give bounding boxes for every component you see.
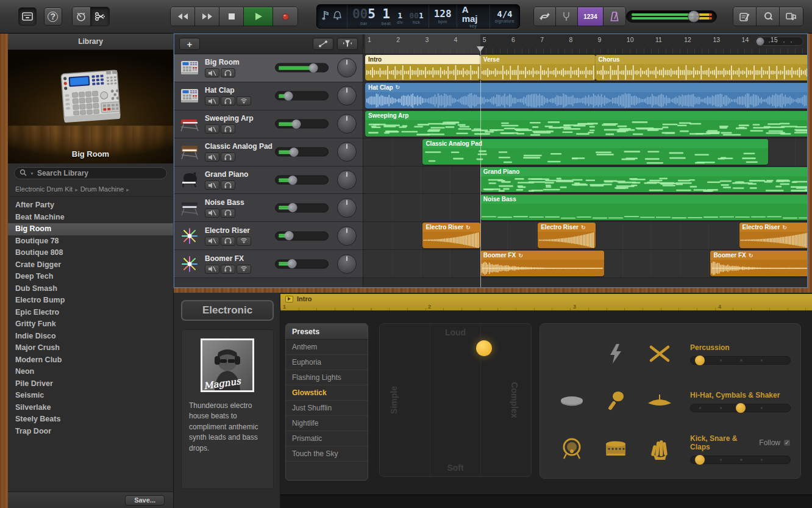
track-header-row[interactable]: Noise Bass [174,194,363,222]
track-volume-slider[interactable] [275,176,329,185]
region-sweeping-arp[interactable]: Sweeping Arp [365,111,807,137]
solo-button[interactable] [221,265,235,274]
track-header-row[interactable]: Boomer FX [174,250,363,278]
track-volume-slider[interactable] [275,231,329,240]
preset-item[interactable]: Euphoria [286,355,368,370]
library-item[interactable]: Boutique 78 [8,235,173,248]
mute-button[interactable] [205,68,219,77]
loop-browser-button[interactable] [757,7,780,26]
track-lane[interactable]: IntroVerseChorus [363,54,807,82]
track-volume-knob[interactable] [288,203,297,212]
track-volume-slider[interactable] [275,203,329,212]
track-volume-knob[interactable] [290,148,299,157]
preset-item[interactable]: Anthem [286,340,368,355]
mute-button[interactable] [205,124,219,134]
region-verse[interactable]: Verse [480,55,596,80]
region-electro-riser[interactable]: Electro Riser↻ [538,223,595,248]
preset-item[interactable]: Just Shufflin [286,401,368,416]
track-volume-slider[interactable] [275,91,329,101]
smart-controls-button[interactable] [73,7,91,26]
track-lane[interactable]: Hat Clap↻ [363,82,807,110]
drum-slider[interactable] [690,356,791,365]
preset-item[interactable]: Prismatic [286,431,368,446]
solo-button[interactable] [221,96,235,106]
snare-drum-icon[interactable] [594,440,638,458]
track-filter-button[interactable] [337,38,358,50]
preset-item[interactable]: Touch the Sky [286,446,368,462]
timeline[interactable]: 123456789101112131415 IntroVerseChorusHa… [363,34,807,287]
cycle-button[interactable] [534,7,556,26]
track-header-row[interactable]: Big Room [174,54,363,82]
kick-drum-icon[interactable] [550,438,594,460]
region-intro[interactable]: Intro [365,55,480,80]
tuner-button[interactable] [556,7,578,26]
help-button[interactable]: ? [44,7,62,26]
track-lane[interactable]: Grand Piano [363,166,807,195]
mute-button[interactable] [205,181,219,190]
library-item[interactable]: Seismic [8,390,173,402]
solo-button[interactable] [221,152,235,162]
library-item[interactable]: Boutique 808 [8,247,173,259]
playhead[interactable] [480,46,481,287]
region-hat-clap[interactable]: Hat Clap↻ [365,83,807,109]
search-dropdown-arrow-icon[interactable]: ▼ [30,171,34,176]
region-grand-piano[interactable]: Grand Piano [480,167,807,193]
track-header-row[interactable]: Electro Riser [174,222,363,250]
mute-button[interactable] [205,237,219,246]
drum-slider-knob[interactable] [695,455,705,465]
library-item[interactable]: After Party [8,199,173,212]
lcd-display[interactable]: 005bar 1beat 1div 001tick 128 bpm A maj … [316,4,520,29]
timeline-zoom-knob[interactable] [757,37,764,45]
library-item[interactable]: Trap Door [8,426,173,438]
preset-item[interactable]: Flashing Lights [286,370,368,385]
master-volume-knob[interactable] [688,10,700,23]
region-noise-bass[interactable]: Noise Bass [480,195,807,220]
library-search-input[interactable]: ▼ Search Library [14,167,167,179]
solo-button[interactable] [221,237,235,246]
count-in-button[interactable]: 1234 [578,7,604,26]
pan-knob[interactable] [337,170,357,190]
library-item[interactable]: Crate Digger [8,259,173,271]
follow-checkbox[interactable]: ✓ [783,439,791,446]
mute-button[interactable] [205,96,219,106]
library-item[interactable]: Gritty Funk [8,318,173,331]
track-volume-slider[interactable] [275,120,329,129]
drum-slider[interactable] [690,456,791,464]
master-volume-slider[interactable] [626,10,718,23]
track-lane[interactable]: Electro Riser↻Electro Riser↻Electro Rise… [363,222,807,250]
track-volume-knob[interactable] [288,176,297,185]
lcd-tempo[interactable]: 128 bpm [429,5,457,28]
clap-hand-icon[interactable] [638,438,682,460]
library-item[interactable]: Deep Tech [8,271,173,283]
drum-slider-knob[interactable] [695,356,705,365]
playhead-handle[interactable] [477,46,484,52]
pan-knob[interactable] [337,254,357,274]
solo-button[interactable] [221,209,235,218]
drum-slider-knob[interactable] [736,403,746,413]
pan-knob[interactable] [337,226,357,246]
lcd-mode-icons[interactable] [317,5,347,28]
track-lane[interactable]: Sweeping Arp [363,110,807,138]
pan-knob[interactable] [337,142,357,162]
editors-button[interactable] [91,7,109,26]
media-browser-button[interactable] [780,7,803,26]
track-lane[interactable]: Noise Bass [363,194,807,222]
region-classic-analog-pad[interactable]: Classic Analog Pad [422,139,767,165]
pan-knob[interactable] [337,198,357,218]
track-volume-slider[interactable] [275,259,329,268]
region-boomer-fx[interactable]: Boomer FX↻ [710,251,807,276]
drum-slider[interactable] [690,404,791,412]
library-toggle-button[interactable] [18,7,37,26]
add-track-button[interactable]: + [179,38,200,50]
pan-knob[interactable] [337,58,357,77]
track-header-row[interactable]: Hat Clap [174,82,363,110]
track-header-row[interactable]: Classic Analog Pad [174,138,363,166]
lcd-signature[interactable]: 4/4 signature [490,5,519,28]
timeline-ruler[interactable]: 123456789101112131415 [363,34,807,54]
stop-button[interactable] [219,7,244,26]
lightning-icon[interactable] [594,343,638,364]
track-volume-knob[interactable] [285,231,294,240]
track-header-row[interactable]: Sweeping Arp [174,110,363,138]
library-item[interactable]: Modern Club [8,354,173,367]
preset-item[interactable]: Nightlife [286,416,368,431]
